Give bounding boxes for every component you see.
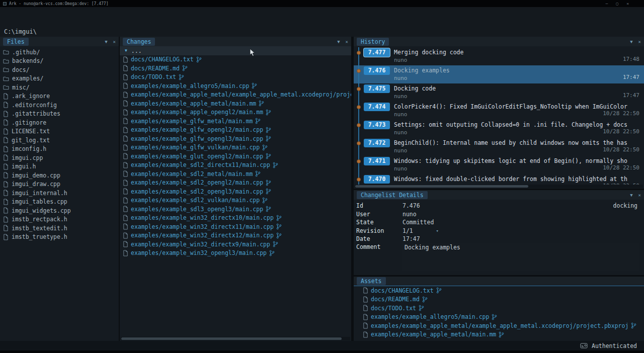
- changed-file-row[interactable]: examples/example_apple_metal/example_app…: [120, 91, 351, 100]
- asset-row[interactable]: docs/TODO.txt: [354, 304, 644, 313]
- details-panel-title[interactable]: Changelist Details: [357, 191, 428, 199]
- changed-file-row[interactable]: docs/TODO.txt: [120, 73, 351, 82]
- changed-file-row[interactable]: examples/example_glfw_opengl2/main.cpp: [120, 126, 351, 135]
- revision-badge[interactable]: 7.470: [364, 175, 390, 184]
- filter-icon[interactable]: ▼: [105, 39, 107, 44]
- changed-file-row[interactable]: examples/example_glfw_metal/main.mm: [120, 117, 351, 126]
- commit-row[interactable]: 7.476 Docking examples nuno 17:47: [354, 65, 644, 83]
- close-icon[interactable]: ✕: [113, 39, 116, 44]
- changed-file-row[interactable]: examples/example_glfw_opengl3/main.cpp: [120, 134, 351, 143]
- file-name: imgui_tables.cpp: [12, 198, 67, 205]
- changed-file-row[interactable]: examples/example_sdl2_opengl3/main.cpp: [120, 187, 351, 196]
- commit-row[interactable]: 7.471 Windows: tidying up skipitems logi…: [354, 156, 644, 174]
- file-tree-item[interactable]: imgui.cpp: [0, 153, 119, 162]
- revision-dropdown[interactable]: 1/1 ▾: [403, 227, 439, 234]
- asset-row[interactable]: examples/example_allegro5/main.cpp: [354, 313, 644, 322]
- revision-badge[interactable]: 7.471: [364, 157, 390, 165]
- minimize-icon[interactable]: –: [606, 2, 608, 6]
- file-tree-item[interactable]: imgui_widgets.cpp: [0, 206, 119, 215]
- assets-panel-title[interactable]: Assets: [357, 277, 386, 285]
- changed-file-row[interactable]: examples/example_allegro5/main.cpp: [120, 81, 351, 91]
- filter-icon[interactable]: ▼: [630, 39, 632, 44]
- checkout-branch-icon: [179, 74, 184, 80]
- close-icon[interactable]: ✕: [638, 193, 641, 198]
- commit-author: nuno: [394, 165, 408, 172]
- asset-row[interactable]: examples/example_apple_metal/main.mm: [354, 330, 644, 339]
- changes-panel-title[interactable]: Changes: [123, 38, 155, 46]
- file-tree-item[interactable]: imstb_truetype.h: [0, 233, 119, 242]
- close-icon[interactable]: ✕: [346, 39, 348, 44]
- revision-badge[interactable]: 7.473: [364, 121, 390, 129]
- file-tree-item[interactable]: imgui_internal.h: [0, 189, 119, 198]
- changed-file-row[interactable]: examples/example_glut_opengl2/main.cpp: [120, 152, 351, 161]
- file-tree-item[interactable]: imconfig.h: [0, 145, 119, 154]
- commit-row[interactable]: 7.474 ColorPicker4(): Fixed ImGuiColorEd…: [354, 102, 644, 120]
- checkout-branch-icon: [255, 118, 261, 124]
- file-tree-item[interactable]: imgui.h: [0, 162, 119, 171]
- commit-row[interactable]: 7.475 Docking code nuno 17:47: [354, 83, 644, 102]
- commit-message: Windows: fixed double-clicked border fro…: [394, 175, 644, 183]
- asset-row[interactable]: docs/README.md: [354, 295, 644, 304]
- changed-file-row[interactable]: examples/example_win32_directx9/main.cpp: [120, 240, 351, 249]
- file-tree-item[interactable]: git_log.txt: [0, 136, 119, 145]
- changed-file-row[interactable]: examples/example_sdl2_vulkan/main.cpp: [120, 196, 351, 205]
- commit-row[interactable]: 7.473 Settings: omit outputing Collapsed…: [354, 120, 644, 138]
- file-tree-item[interactable]: imgui_draw.cpp: [0, 180, 119, 189]
- commit-row[interactable]: 7.472 BeginChild(): Internal name used b…: [354, 138, 644, 156]
- history-panel-title[interactable]: History: [357, 38, 389, 46]
- changed-file-row[interactable]: examples/example_glfw_vulkan/main.cpp: [120, 143, 351, 152]
- file-tree-item[interactable]: .github/: [0, 48, 119, 57]
- changes-root-row[interactable]: ▼ ...: [120, 46, 351, 55]
- file-tree-item[interactable]: .gitattributes: [0, 110, 119, 119]
- file-tree-item[interactable]: .editorconfig: [0, 101, 119, 110]
- revision-badge[interactable]: 7.477: [364, 48, 390, 57]
- file-tree-item[interactable]: backends/: [0, 57, 119, 66]
- file-tree-item[interactable]: imstb_textedit.h: [0, 224, 119, 233]
- revision-badge[interactable]: 7.476: [364, 66, 390, 75]
- details-header-icons: ▼ ✕: [630, 193, 641, 198]
- changed-file-row[interactable]: examples/example_win32_directx10/main.cp…: [120, 214, 351, 223]
- file-tree-item[interactable]: .gitignore: [0, 118, 119, 127]
- asset-row[interactable]: docs/CHANGELOG.txt: [354, 286, 644, 295]
- file-tree-item[interactable]: examples/: [0, 74, 119, 83]
- files-panel-title[interactable]: Files: [3, 38, 29, 46]
- revision-badge[interactable]: 7.474: [364, 103, 390, 111]
- changed-file-row[interactable]: examples/example_apple_metal/main.mm: [120, 99, 351, 108]
- commit-author: nuno: [394, 75, 408, 81]
- file-icon: [3, 111, 9, 117]
- file-tree-item[interactable]: imgui_tables.cpp: [0, 198, 119, 207]
- maximize-icon[interactable]: ▢: [616, 2, 618, 6]
- changed-file-row[interactable]: docs/CHANGELOG.txt: [120, 55, 351, 64]
- file-tree-item[interactable]: imgui_demo.cpp: [0, 171, 119, 180]
- expand-caret-icon[interactable]: ▼: [125, 48, 127, 53]
- changed-file-row[interactable]: examples/example_win32_opengl3/main.cpp: [120, 249, 351, 258]
- changed-file-row[interactable]: examples/example_win32_directx12/main.cp…: [120, 231, 351, 240]
- filter-icon[interactable]: ▼: [630, 193, 632, 198]
- changed-file-row[interactable]: examples/example_sdl3_opengl3/main.cpp: [120, 205, 351, 214]
- filter-icon[interactable]: ▼: [337, 39, 340, 44]
- revision-badge[interactable]: 7.472: [364, 139, 390, 147]
- revision-badge[interactable]: 7.475: [364, 84, 390, 93]
- chevron-down-icon[interactable]: ▾: [436, 228, 439, 233]
- file-tree-item[interactable]: imstb_rectpack.h: [0, 215, 119, 224]
- file-tree-item[interactable]: LICENSE.txt: [0, 127, 119, 136]
- details-fields: Id 7.476 docking User nuno State Committ…: [356, 202, 641, 271]
- commit-row[interactable]: 7.470 Windows: fixed double-clicked bord…: [354, 174, 644, 185]
- file-icon: [123, 144, 128, 151]
- changed-file-row[interactable]: examples/example_apple_opengl2/main.mm: [120, 108, 351, 117]
- file-tree-item[interactable]: docs/: [0, 65, 119, 74]
- file-tree-item[interactable]: misc/: [0, 83, 119, 92]
- changed-file-row[interactable]: examples/example_sdl2_metal/main.mm: [120, 169, 351, 179]
- close-icon[interactable]: ✕: [626, 2, 629, 6]
- close-icon[interactable]: ✕: [638, 39, 641, 44]
- scrollbar-thumb[interactable]: [121, 337, 342, 340]
- scrollbar-thumb[interactable]: [355, 185, 528, 188]
- commit-row[interactable]: 7.477 Merging docking code nuno 17:48: [354, 47, 644, 65]
- changed-file-row[interactable]: examples/example_sdl2_directx11/main.cpp: [120, 161, 351, 170]
- asset-row[interactable]: examples/example_apple_metal/example_app…: [354, 321, 644, 330]
- changed-file-row[interactable]: examples/example_win32_directx11/main.cp…: [120, 222, 351, 231]
- file-icon: [3, 207, 9, 214]
- file-tree-item[interactable]: .ark_ignore: [0, 92, 119, 101]
- changed-file-row[interactable]: examples/example_sdl2_opengl2/main.cpp: [120, 179, 351, 188]
- changed-file-row[interactable]: docs/README.md: [120, 64, 351, 73]
